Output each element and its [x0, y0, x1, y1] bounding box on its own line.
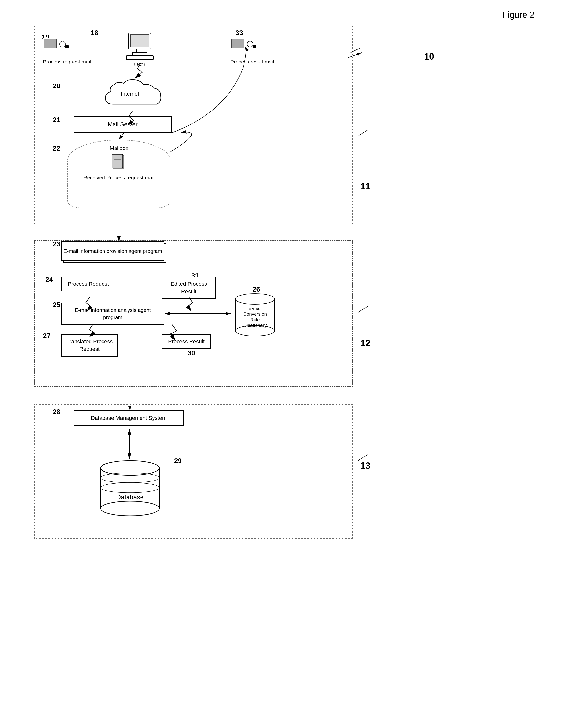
ref-22: 22: [53, 145, 60, 152]
document-icon: [112, 154, 126, 172]
ref-30: 30: [187, 349, 195, 357]
section-11-label: 11: [361, 181, 370, 192]
email-provision-agent-label: E-mail information provision agent progr…: [63, 247, 162, 255]
user-computer-icon: User: [125, 33, 154, 68]
ref-23: 23: [53, 240, 60, 248]
svg-point-24: [235, 294, 274, 304]
svg-rect-5: [65, 45, 69, 48]
ref-27: 27: [43, 332, 50, 340]
svg-rect-8: [137, 49, 143, 53]
received-process-request-label: Received Process request mail: [83, 174, 154, 181]
ref-28: 28: [53, 408, 60, 416]
process-result-mail-icon: Process result mail: [230, 38, 274, 65]
svg-point-31: [100, 461, 159, 475]
edited-process-result-label: Edited Process Result: [162, 277, 216, 299]
process-result-box: Process Result: [162, 334, 211, 349]
svg-text:E-mail: E-mail: [248, 306, 261, 311]
email-analysis-agent: E-mail information analysis agent progra…: [61, 303, 164, 325]
process-request-box: Process Request: [61, 277, 115, 291]
ref-21: 21: [53, 116, 60, 124]
svg-text:Internet: Internet: [121, 91, 139, 97]
mailbox-container: Mailbox Received Process request mail: [67, 140, 170, 208]
dbms-label: Database Management System: [74, 410, 184, 426]
ref-24: 24: [45, 276, 53, 284]
database-cylinder: Database: [96, 458, 164, 518]
svg-point-32: [100, 501, 159, 516]
svg-rect-1: [44, 39, 56, 48]
translated-process-request-label: Translated Process Request: [61, 334, 118, 357]
database-management-system-box: Database Management System: [74, 410, 184, 426]
email-analysis-agent-label: E-mail information analysis agent progra…: [61, 303, 164, 325]
svg-line-49: [358, 455, 368, 461]
section-13-label: 13: [361, 461, 370, 471]
svg-line-47: [358, 130, 368, 136]
svg-text:Database: Database: [116, 494, 143, 501]
process-request-label: Process Request: [61, 277, 115, 291]
user-label: User: [125, 62, 154, 68]
page-title: Figure 2: [502, 10, 535, 20]
svg-rect-10: [126, 56, 153, 60]
ref-25: 25: [53, 301, 60, 309]
edited-process-result-box: Edited Process Result: [162, 277, 216, 299]
translated-process-request-box: Translated Process Request: [61, 334, 118, 357]
conversion-rule-dictionary: E-mail Conversion Rule Dicationary: [230, 289, 279, 339]
svg-rect-12: [232, 39, 244, 48]
process-result-mail-label: Process result mail: [230, 58, 274, 65]
mail-server-label: Mail Server: [74, 116, 172, 133]
process-request-mail-label: Process request mail: [43, 58, 91, 65]
svg-text:Conversion: Conversion: [243, 311, 267, 317]
process-request-mail-icon: Process request mail: [43, 38, 91, 65]
svg-text:Rule: Rule: [250, 317, 260, 322]
process-result-label: Process Result: [162, 334, 211, 349]
mailbox-label: Mailbox: [110, 145, 128, 151]
svg-line-48: [358, 306, 368, 312]
ref-20: 20: [53, 82, 60, 90]
ref-33: 33: [235, 29, 243, 37]
ref-29: 29: [174, 457, 182, 465]
section-12-label: 12: [361, 338, 370, 348]
ref-10: 10: [424, 51, 434, 62]
internet-cloud: Internet: [98, 77, 172, 112]
svg-text:Dicationary: Dicationary: [243, 323, 267, 328]
mail-server-box: Mail Server: [74, 116, 172, 133]
ref-18: 18: [91, 29, 98, 37]
svg-rect-16: [252, 45, 256, 48]
email-provision-agent: E-mail information provision agent progr…: [61, 241, 164, 263]
svg-rect-7: [130, 35, 149, 47]
svg-rect-9: [132, 53, 147, 55]
